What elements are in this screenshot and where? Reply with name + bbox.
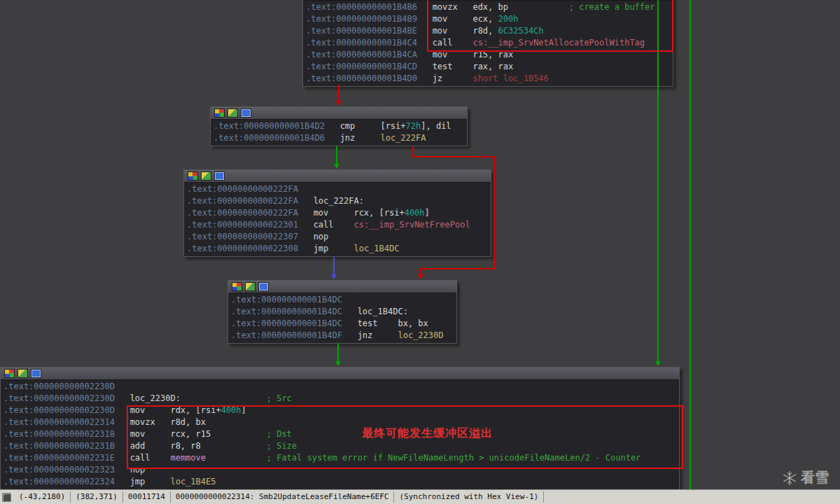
edit-node-icon[interactable] <box>245 282 255 291</box>
highlight-box-alloc <box>427 0 673 52</box>
asm-token-a[interactable]: .text:000000000001B4DF <box>231 330 342 340</box>
asm-token-t[interactable]: cmp [rsi+ <box>325 121 406 131</box>
asm-line[interactable]: .text:0000000000022324 jmp loc_1B4E5 <box>4 476 676 488</box>
asm-token-l[interactable]: loc_222FA <box>380 133 426 143</box>
status-segment: 00011714 <box>123 491 171 503</box>
asm-token-t[interactable]: jz <box>417 74 472 83</box>
edit-node-icon[interactable] <box>227 108 238 118</box>
asm-token-a[interactable]: .text:0000000000022314 <box>4 417 115 427</box>
asm-token-a[interactable]: .text:000000000001B4D6 <box>214 133 325 143</box>
node-color-icon[interactable] <box>232 282 242 291</box>
group-node-icon[interactable] <box>258 282 269 291</box>
asm-token-r[interactable]: short loc_1B546 <box>472 74 548 83</box>
asm-line[interactable]: .text:000000000001B4DC <box>231 294 454 306</box>
asm-token-a[interactable]: .text:00000000000222FA <box>187 196 298 206</box>
asm-token-a[interactable]: .text:0000000000022318 <box>4 429 115 439</box>
asm-token-l[interactable]: loc_1B4DC <box>354 244 399 253</box>
asm-token-a[interactable]: .text:000000000001B4BE <box>306 26 417 36</box>
asm-token-a[interactable]: .text:000000000002230D <box>4 393 115 403</box>
asm-token-t[interactable]: jnz <box>342 330 398 340</box>
asm-token-a[interactable]: .text:000000000001B4DC <box>231 295 342 304</box>
asm-token-a[interactable]: .text:000000000001B4C4 <box>306 38 417 48</box>
asm-token-t[interactable]: loc_2230D: <box>115 393 267 403</box>
asm-line[interactable]: .text:000000000001B4DC loc_1B4DC: <box>231 306 454 318</box>
asm-line[interactable]: .text:0000000000022307 nop <box>187 231 488 243</box>
node-color-icon[interactable] <box>4 369 15 378</box>
asm-token-a[interactable]: .text:0000000000022308 <box>187 244 298 253</box>
asm-token-a[interactable]: .text:000000000002231E <box>4 453 115 463</box>
asm-token-t[interactable]: jnz <box>325 133 380 143</box>
asm-token-i[interactable]: cs:__imp_SrvNetFreePool <box>354 220 470 230</box>
status-bar-icon <box>2 493 11 502</box>
asm-token-t[interactable]: loc_222FA: <box>298 196 364 206</box>
status-segment: (382,371) <box>71 491 123 503</box>
asm-line[interactable]: .text:000000000001B4DC test bx, bx <box>231 318 454 330</box>
asm-token-a[interactable]: .text:000000000002230D <box>4 405 115 415</box>
asm-token-t[interactable]: test rax, rax <box>417 62 513 71</box>
graph-canvas[interactable]: .text:000000000001B4B6 movzx edx, bp ; c… <box>0 0 840 504</box>
node-body: .text:000000000001B4DC.text:000000000001… <box>228 293 456 343</box>
graph-node-222fa[interactable]: .text:00000000000222FA.text:000000000002… <box>183 169 491 257</box>
node-color-icon[interactable] <box>188 172 198 181</box>
asm-token-a[interactable]: .text:000000000002231B <box>4 441 115 451</box>
asm-token-a[interactable]: .text:000000000002230D <box>4 382 115 391</box>
asm-token-a[interactable]: .text:000000000001B4CA <box>306 50 417 59</box>
asm-line[interactable]: .text:000000000001B4CD test rax, rax <box>306 61 670 73</box>
asm-token-a[interactable]: .text:00000000000222FA <box>187 184 298 194</box>
edit-node-icon[interactable] <box>18 369 28 378</box>
node-titlebar[interactable] <box>228 281 456 293</box>
node-titlebar[interactable] <box>1 368 679 380</box>
asm-token-a[interactable]: .text:000000000001B4D2 <box>214 121 325 131</box>
asm-line[interactable]: .text:00000000000222FA mov rcx, [rsi+400… <box>187 207 488 219</box>
node-color-icon[interactable] <box>214 108 225 118</box>
node-titlebar[interactable] <box>211 107 467 120</box>
watermark-text: 看雪 <box>801 468 829 487</box>
graph-node-1b4dc[interactable]: .text:000000000001B4DC.text:000000000001… <box>227 280 457 344</box>
asm-line[interactable]: .text:00000000000222FA loc_222FA: <box>187 195 488 207</box>
asm-token-t[interactable]: jmp <box>298 244 354 253</box>
asm-token-t[interactable]: ], dil <box>421 121 451 131</box>
asm-token-a[interactable]: .text:00000000000222FA <box>187 208 298 218</box>
asm-token-t[interactable]: mov rcx, [rsi+ <box>298 208 405 218</box>
group-node-icon[interactable] <box>241 108 251 118</box>
asm-line[interactable]: .text:00000000000222FA <box>187 183 488 195</box>
asm-token-t[interactable]: ] <box>425 208 430 218</box>
asm-line[interactable]: .text:000000000002230D <box>4 381 676 393</box>
asm-token-a[interactable]: .text:0000000000022324 <box>4 477 115 486</box>
asm-token-l[interactable]: loc_2230D <box>398 330 443 340</box>
graph-node-1b4d2[interactable]: .text:000000000001B4D2 cmp [rsi+72h], di… <box>210 106 468 146</box>
asm-token-n[interactable]: 72h <box>406 121 421 131</box>
asm-line[interactable]: .text:000000000001B4D2 cmp [rsi+72h], di… <box>214 120 464 132</box>
asm-token-c[interactable]: ; Src <box>267 393 292 403</box>
group-node-icon[interactable] <box>214 172 225 181</box>
asm-line[interactable]: .text:000000000001B4D0 jz short loc_1B54… <box>306 73 670 85</box>
asm-token-a[interactable]: .text:000000000001B4DC <box>231 307 342 316</box>
status-segment: 0000000000022314: Smb2UpdateLeaseFileNam… <box>171 491 395 503</box>
asm-token-a[interactable]: .text:000000000001B4DC <box>231 318 342 328</box>
annotation-text: 最终可能发生缓冲区溢出 <box>362 426 493 441</box>
asm-token-a[interactable]: .text:0000000000022301 <box>187 220 298 230</box>
status-segment: (Synchronized with Hex View-1) <box>394 491 544 503</box>
status-bar: (-43,2180)(382,371)000117140000000000022… <box>0 489 840 504</box>
asm-token-a[interactable]: .text:000000000001B4B9 <box>306 14 417 24</box>
asm-token-a[interactable]: .text:000000000001B4D0 <box>306 74 417 83</box>
asm-token-l[interactable]: loc_1B4E5 <box>170 477 216 486</box>
asm-line[interactable]: .text:000000000002230D loc_2230D: ; Src <box>4 393 676 405</box>
asm-token-t[interactable]: test bx, bx <box>342 318 428 328</box>
asm-token-t[interactable]: nop <box>298 232 328 241</box>
asm-token-a[interactable]: .text:000000000001B4B6 <box>306 2 417 12</box>
asm-line[interactable]: .text:000000000001B4DF jnz loc_2230D <box>231 330 454 342</box>
asm-token-n[interactable]: 400h <box>405 208 425 218</box>
asm-token-t[interactable]: jmp <box>115 477 170 486</box>
asm-token-a[interactable]: .text:000000000001B4CD <box>306 62 417 71</box>
asm-token-a[interactable]: .text:0000000000022323 <box>4 465 115 475</box>
asm-token-a[interactable]: .text:0000000000022307 <box>187 232 298 241</box>
asm-token-t[interactable]: call <box>298 220 354 230</box>
asm-token-t[interactable]: loc_1B4DC: <box>342 307 408 316</box>
edit-node-icon[interactable] <box>201 172 211 181</box>
asm-line[interactable]: .text:0000000000022308 jmp loc_1B4DC <box>187 243 488 255</box>
node-titlebar[interactable] <box>184 170 491 183</box>
asm-line[interactable]: .text:0000000000022301 call cs:__imp_Srv… <box>187 219 488 231</box>
group-node-icon[interactable] <box>31 369 41 378</box>
asm-line[interactable]: .text:000000000001B4D6 jnz loc_222FA <box>214 132 464 144</box>
